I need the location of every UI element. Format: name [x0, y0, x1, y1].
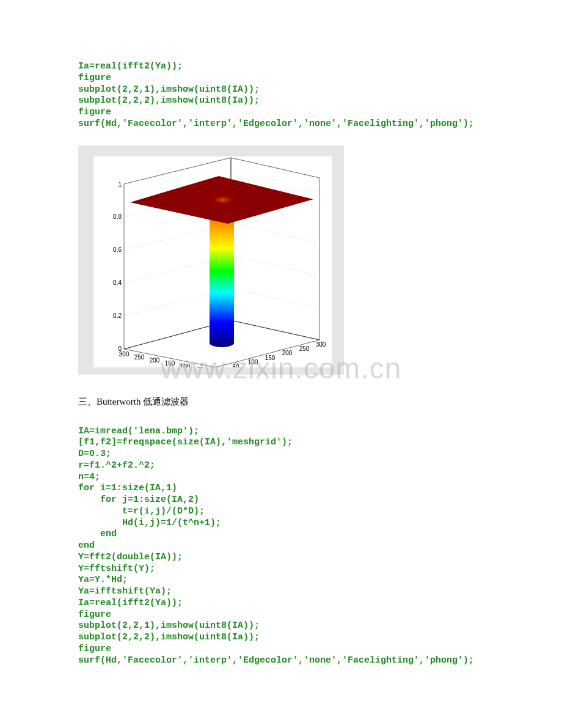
y-tick: 200: [150, 357, 160, 364]
code-line: r=f1.^2+f2.^2;: [78, 460, 155, 471]
code-line: Ia=real(ifft2(Ya));: [78, 598, 183, 608]
y-tick: 150: [165, 360, 175, 367]
x-tick: 100: [248, 359, 258, 366]
svg-line-4: [231, 288, 319, 308]
code-line: Ya=ifftshift(Ya);: [78, 586, 172, 597]
surface-plot-svg: 0 0.2 0.4 0.6 0.8 1 0: [93, 156, 332, 367]
z-tick: 0.2: [113, 312, 122, 319]
code-line: subplot(2,2,2),imshow(uint8(Ia));: [78, 632, 260, 642]
code-line: end: [78, 540, 95, 551]
y-tick: 300: [119, 351, 130, 358]
code-line: for i=1:size(IA,1): [78, 483, 177, 493]
z-tick: 0.8: [113, 213, 122, 220]
code-line: t=r(i,j)/(D*D);: [78, 506, 205, 517]
code-line: subplot(2,2,1),imshow(uint8(IA));: [78, 84, 260, 95]
center-dip: [210, 194, 236, 205]
x-tick: 300: [316, 341, 326, 348]
code-line: Ya=Y.*Hd;: [78, 575, 128, 585]
code-line: D=0.3;: [78, 449, 111, 459]
y-tick: 250: [134, 354, 145, 361]
svg-line-6: [231, 256, 319, 276]
code-line: Ia=real(ifft2(Ya));: [78, 61, 183, 72]
code-line: Y=fftshift(Y);: [78, 564, 155, 574]
axes3d: 0 0.2 0.4 0.6 0.8 1 0: [93, 156, 332, 367]
z-tick: 0.6: [113, 246, 122, 253]
code-block-top: Ia=real(ifft2(Ya)); figure subplot(2,2,1…: [78, 61, 484, 130]
section-heading: 三、Butterworth 低通滤波器: [78, 396, 484, 408]
code-line: for j=1:size(IA,2): [78, 495, 199, 505]
svg-line-8: [231, 223, 319, 243]
code-line: subplot(2,2,2),imshow(uint8(Ia));: [78, 95, 260, 106]
code-block-bottom: IA=imread('lena.bmp'); [f1,f2]=freqspace…: [78, 426, 484, 667]
code-line: [f1,f2]=freqspace(size(IA),'meshgrid');: [78, 437, 293, 447]
x-tick: 250: [299, 345, 310, 352]
x-tick: 50: [232, 364, 239, 367]
code-line: IA=imread('lena.bmp');: [78, 426, 199, 436]
svg-point-13: [210, 339, 234, 347]
x-tick: 200: [282, 350, 293, 356]
y-tick: 100: [180, 363, 191, 367]
z-tick: 1: [118, 182, 122, 188]
z-tick: 0.4: [113, 279, 122, 286]
code-line: Hd(i,j)=1/(t^n+1);: [78, 518, 221, 528]
document-page: Ia=real(ifft2(Ya)); figure subplot(2,2,1…: [0, 0, 562, 715]
code-line: surf(Hd,'Facecolor','interp','Edgecolor'…: [78, 119, 474, 129]
code-line: subplot(2,2,1),imshow(uint8(IA));: [78, 620, 260, 631]
code-line: figure: [78, 609, 111, 620]
code-line: figure: [78, 73, 111, 83]
x-tick: 150: [265, 355, 276, 361]
y-tick: 50: [197, 366, 204, 367]
code-line: end: [78, 529, 117, 539]
code-line: figure: [78, 644, 111, 654]
code-line: n=4;: [78, 472, 100, 482]
code-line: Y=fft2(double(IA));: [78, 552, 183, 562]
code-line: figure: [78, 107, 111, 117]
code-line: surf(Hd,'Facecolor','interp','Edgecolor'…: [78, 655, 474, 666]
surface-plot-figure: 0 0.2 0.4 0.6 0.8 1 0: [78, 145, 344, 375]
